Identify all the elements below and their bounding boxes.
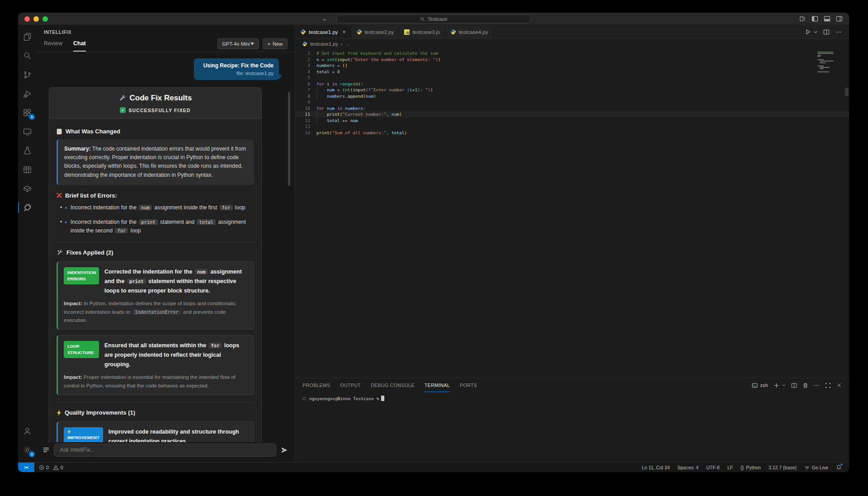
lightning-icon <box>67 430 99 434</box>
close-window-button[interactable] <box>24 16 30 22</box>
bullet-arrow-icon: ▸ <box>65 218 67 226</box>
tab-problems[interactable]: PROBLEMS <box>302 378 330 392</box>
code-line[interactable]: 6for i in range(n): <box>295 81 849 87</box>
account-button[interactable] <box>18 421 37 440</box>
vscode-window: ← → Testcase <box>18 13 849 472</box>
zoom-window-button[interactable] <box>42 16 48 22</box>
shell-selector[interactable]: zsh <box>752 383 768 388</box>
code-line[interactable]: 2n = int(input("Enter the number of elem… <box>295 57 849 63</box>
indentation-setting[interactable]: Spaces: 4 <box>678 465 699 470</box>
improvement-badge: IMPROVEMENT <box>64 427 103 442</box>
code-line[interactable]: 14print("Sum of all numbers:", total) <box>295 130 849 136</box>
python-icon <box>356 29 362 35</box>
sidebar-item-remote-explorer[interactable] <box>18 122 37 141</box>
panel-tab-bar: PROBLEMS OUTPUT DEBUG CONSOLE TERMINAL P… <box>295 378 849 392</box>
tab-testcase4[interactable]: testcase4.py <box>445 25 494 38</box>
sidebar-item-explorer[interactable] <box>18 27 37 46</box>
code-line[interactable]: 12 total += num <box>295 118 849 124</box>
language-mode[interactable]: {}Python <box>741 465 761 470</box>
code-line[interactable]: 3numbers = [] <box>295 62 849 69</box>
fix-badge: INDENTATION ERRORS <box>64 267 99 284</box>
new-chat-button[interactable]: + New <box>263 38 288 49</box>
javascript-icon: JS <box>404 29 410 35</box>
customize-layout-icon[interactable] <box>799 15 806 22</box>
new-terminal-icon[interactable] <box>774 383 779 388</box>
sidebar-item-run-debug[interactable] <box>18 84 37 103</box>
close-tab-icon[interactable]: × <box>343 29 346 35</box>
code-line[interactable]: 7 num = int(input(f"Enter number {i+1}: … <box>295 87 849 93</box>
eol-setting[interactable]: LF <box>727 465 733 470</box>
sidebar-item-intellifix[interactable] <box>18 198 37 217</box>
model-selector-dropdown[interactable]: GPT-4o Mini <box>217 38 259 49</box>
kill-terminal-trash-icon[interactable] <box>802 383 808 388</box>
notifications-button[interactable] <box>836 464 842 470</box>
terminal-dropdown-chevron-icon[interactable] <box>782 384 786 387</box>
impact-label: Impact: <box>64 301 82 306</box>
python-interpreter[interactable]: 3.12.7 (base) <box>769 465 797 470</box>
bullet-dot-icon: • <box>60 218 62 226</box>
wrench-icon <box>119 94 126 102</box>
sidebar-item-search[interactable] <box>18 46 37 65</box>
command-center-search[interactable]: Testcase <box>336 14 531 24</box>
minimap[interactable] <box>817 52 842 72</box>
tab-testcase1[interactable]: testcase1.py × <box>295 25 351 38</box>
run-dropdown-chevron-icon[interactable] <box>814 31 817 33</box>
breadcrumb-more[interactable]: ... <box>345 41 349 47</box>
settings-button[interactable]: 1 <box>18 440 37 459</box>
sidebar-item-source-control[interactable] <box>18 65 37 84</box>
code-line[interactable]: 13 <box>295 123 849 130</box>
more-actions-icon[interactable] <box>835 29 842 35</box>
sidebar-item-container[interactable] <box>18 179 37 198</box>
tools-icon <box>57 249 63 256</box>
sidebar-item-testing[interactable] <box>18 141 37 160</box>
encoding-setting[interactable]: UTF-8 <box>706 465 720 470</box>
tab-testcase3[interactable]: JS testcase3.js <box>399 25 445 38</box>
tab-terminal[interactable]: TERMINAL <box>425 378 450 392</box>
tab-testcase2[interactable]: testcase2.py <box>351 25 400 38</box>
tab-output[interactable]: OUTPUT <box>340 378 361 392</box>
code-line[interactable]: 4total = 0 <box>295 69 849 75</box>
terminal-content[interactable]: nguyenngoc@Binne Testcase % <box>295 392 849 405</box>
chat-menu-icon[interactable] <box>43 447 49 453</box>
cursor-position[interactable]: Ln 11, Col 34 <box>642 465 670 470</box>
code-line[interactable]: 5 <box>295 75 849 81</box>
editor-scrollbar[interactable] <box>845 88 849 96</box>
go-live-button[interactable]: Go Live <box>804 465 828 470</box>
tab-review[interactable]: Review <box>44 36 62 52</box>
panel-more-actions-icon[interactable] <box>814 383 820 388</box>
code-line[interactable]: 10for num in numbers: <box>295 105 849 112</box>
tab-ports[interactable]: PORTS <box>460 378 477 392</box>
sidebar-item-extensions[interactable]: 1 <box>18 103 37 122</box>
toggle-panel-icon[interactable] <box>824 15 830 22</box>
tab-debug-console[interactable]: DEBUG CONSOLE <box>371 378 415 392</box>
chat-scrollbar[interactable] <box>288 92 290 186</box>
shell-label: zsh <box>760 383 768 388</box>
recipe-file: file: testcase1.py <box>199 71 274 76</box>
maximize-panel-icon[interactable] <box>825 383 831 388</box>
code-line[interactable]: 8 numbers.append(num) <box>295 93 849 99</box>
ask-intellifix-input[interactable] <box>54 444 276 457</box>
toggle-primary-sidebar-icon[interactable] <box>811 15 818 22</box>
run-file-button[interactable] <box>805 29 811 35</box>
breadcrumb[interactable]: testcase1.py › ... <box>295 39 849 49</box>
remote-indicator[interactable]: >< <box>18 463 34 472</box>
breadcrumb-file[interactable]: testcase1.py <box>310 41 338 47</box>
send-icon[interactable] <box>281 447 288 453</box>
tab-label: testcase1.py <box>309 29 338 35</box>
split-editor-icon[interactable] <box>823 29 830 35</box>
code-editor[interactable]: 1# Get input from keyboard and calculate… <box>295 49 849 378</box>
close-panel-icon[interactable] <box>836 383 842 388</box>
problems-status[interactable]: 0 0 <box>39 465 63 470</box>
split-terminal-icon[interactable] <box>791 383 797 388</box>
chat-scroll-area[interactable]: Using Recipe: Fix the Code file: testcas… <box>37 52 295 442</box>
sidebar-item-table[interactable] <box>18 160 37 179</box>
code-line[interactable]: 9 <box>295 99 849 105</box>
desktop: ← → Testcase <box>0 0 868 496</box>
code-line[interactable]: 11 print("Current number:", num) <box>295 111 849 118</box>
minimize-window-button[interactable] <box>33 16 39 22</box>
navigate-back-icon[interactable]: ← <box>322 15 328 22</box>
toggle-secondary-sidebar-icon[interactable] <box>836 15 843 22</box>
code-line[interactable]: 1# Get input from keyboard and calculate… <box>295 50 849 57</box>
tab-chat[interactable]: Chat <box>73 36 86 52</box>
remote-icon: >< <box>24 465 28 470</box>
